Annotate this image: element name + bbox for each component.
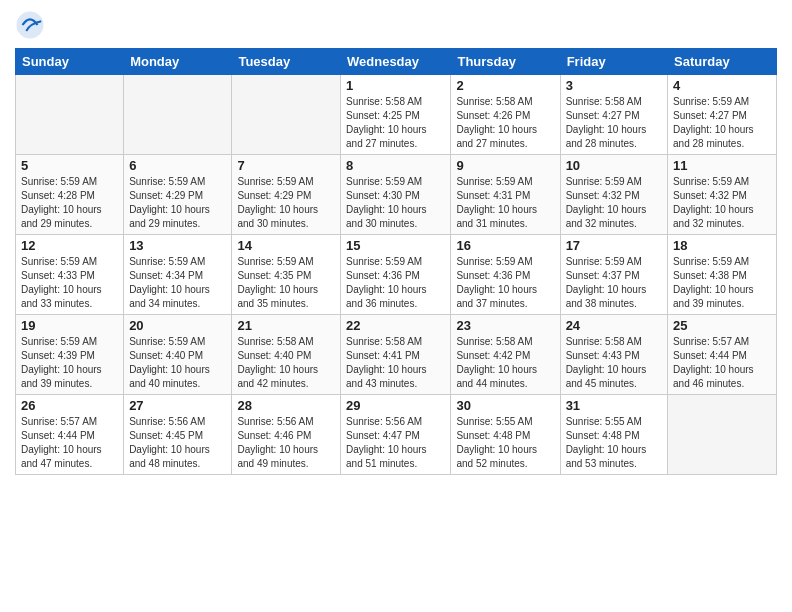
- day-info: Sunrise: 5:58 AM Sunset: 4:41 PM Dayligh…: [346, 335, 445, 391]
- day-number: 28: [237, 398, 335, 413]
- calendar-table: SundayMondayTuesdayWednesdayThursdayFrid…: [15, 48, 777, 475]
- day-number: 4: [673, 78, 771, 93]
- weekday-header: Wednesday: [341, 49, 451, 75]
- day-info: Sunrise: 5:58 AM Sunset: 4:40 PM Dayligh…: [237, 335, 335, 391]
- day-info: Sunrise: 5:59 AM Sunset: 4:29 PM Dayligh…: [237, 175, 335, 231]
- day-number: 9: [456, 158, 554, 173]
- day-number: 7: [237, 158, 335, 173]
- weekday-header: Saturday: [668, 49, 777, 75]
- weekday-header: Friday: [560, 49, 667, 75]
- day-info: Sunrise: 5:59 AM Sunset: 4:33 PM Dayligh…: [21, 255, 118, 311]
- day-info: Sunrise: 5:59 AM Sunset: 4:29 PM Dayligh…: [129, 175, 226, 231]
- day-number: 13: [129, 238, 226, 253]
- day-info: Sunrise: 5:59 AM Sunset: 4:34 PM Dayligh…: [129, 255, 226, 311]
- day-number: 27: [129, 398, 226, 413]
- weekday-header: Sunday: [16, 49, 124, 75]
- calendar-day-cell: 20Sunrise: 5:59 AM Sunset: 4:40 PM Dayli…: [124, 315, 232, 395]
- calendar-day-cell: 28Sunrise: 5:56 AM Sunset: 4:46 PM Dayli…: [232, 395, 341, 475]
- day-info: Sunrise: 5:59 AM Sunset: 4:28 PM Dayligh…: [21, 175, 118, 231]
- calendar-header-row: SundayMondayTuesdayWednesdayThursdayFrid…: [16, 49, 777, 75]
- day-info: Sunrise: 5:58 AM Sunset: 4:26 PM Dayligh…: [456, 95, 554, 151]
- day-number: 3: [566, 78, 662, 93]
- day-number: 26: [21, 398, 118, 413]
- day-number: 21: [237, 318, 335, 333]
- calendar-day-cell: 18Sunrise: 5:59 AM Sunset: 4:38 PM Dayli…: [668, 235, 777, 315]
- logo-icon: [15, 10, 45, 40]
- day-number: 8: [346, 158, 445, 173]
- day-number: 19: [21, 318, 118, 333]
- calendar-day-cell: 2Sunrise: 5:58 AM Sunset: 4:26 PM Daylig…: [451, 75, 560, 155]
- day-number: 22: [346, 318, 445, 333]
- calendar-day-cell: 13Sunrise: 5:59 AM Sunset: 4:34 PM Dayli…: [124, 235, 232, 315]
- calendar-day-cell: 6Sunrise: 5:59 AM Sunset: 4:29 PM Daylig…: [124, 155, 232, 235]
- day-info: Sunrise: 5:59 AM Sunset: 4:37 PM Dayligh…: [566, 255, 662, 311]
- calendar-day-cell: [16, 75, 124, 155]
- day-info: Sunrise: 5:57 AM Sunset: 4:44 PM Dayligh…: [673, 335, 771, 391]
- day-info: Sunrise: 5:59 AM Sunset: 4:27 PM Dayligh…: [673, 95, 771, 151]
- calendar-week-row: 12Sunrise: 5:59 AM Sunset: 4:33 PM Dayli…: [16, 235, 777, 315]
- day-number: 25: [673, 318, 771, 333]
- day-number: 17: [566, 238, 662, 253]
- day-number: 2: [456, 78, 554, 93]
- day-info: Sunrise: 5:59 AM Sunset: 4:32 PM Dayligh…: [673, 175, 771, 231]
- day-info: Sunrise: 5:58 AM Sunset: 4:25 PM Dayligh…: [346, 95, 445, 151]
- weekday-header: Tuesday: [232, 49, 341, 75]
- day-info: Sunrise: 5:59 AM Sunset: 4:31 PM Dayligh…: [456, 175, 554, 231]
- day-info: Sunrise: 5:58 AM Sunset: 4:27 PM Dayligh…: [566, 95, 662, 151]
- calendar-day-cell: 29Sunrise: 5:56 AM Sunset: 4:47 PM Dayli…: [341, 395, 451, 475]
- day-info: Sunrise: 5:59 AM Sunset: 4:36 PM Dayligh…: [456, 255, 554, 311]
- calendar-day-cell: [232, 75, 341, 155]
- calendar-day-cell: 31Sunrise: 5:55 AM Sunset: 4:48 PM Dayli…: [560, 395, 667, 475]
- day-info: Sunrise: 5:55 AM Sunset: 4:48 PM Dayligh…: [456, 415, 554, 471]
- day-info: Sunrise: 5:58 AM Sunset: 4:42 PM Dayligh…: [456, 335, 554, 391]
- calendar-week-row: 19Sunrise: 5:59 AM Sunset: 4:39 PM Dayli…: [16, 315, 777, 395]
- calendar-day-cell: 1Sunrise: 5:58 AM Sunset: 4:25 PM Daylig…: [341, 75, 451, 155]
- calendar-day-cell: 9Sunrise: 5:59 AM Sunset: 4:31 PM Daylig…: [451, 155, 560, 235]
- calendar-week-row: 5Sunrise: 5:59 AM Sunset: 4:28 PM Daylig…: [16, 155, 777, 235]
- day-info: Sunrise: 5:59 AM Sunset: 4:30 PM Dayligh…: [346, 175, 445, 231]
- calendar-day-cell: 24Sunrise: 5:58 AM Sunset: 4:43 PM Dayli…: [560, 315, 667, 395]
- day-number: 24: [566, 318, 662, 333]
- day-number: 16: [456, 238, 554, 253]
- calendar-day-cell: 15Sunrise: 5:59 AM Sunset: 4:36 PM Dayli…: [341, 235, 451, 315]
- calendar-week-row: 1Sunrise: 5:58 AM Sunset: 4:25 PM Daylig…: [16, 75, 777, 155]
- day-number: 30: [456, 398, 554, 413]
- calendar-day-cell: 4Sunrise: 5:59 AM Sunset: 4:27 PM Daylig…: [668, 75, 777, 155]
- day-number: 18: [673, 238, 771, 253]
- calendar-week-row: 26Sunrise: 5:57 AM Sunset: 4:44 PM Dayli…: [16, 395, 777, 475]
- day-number: 23: [456, 318, 554, 333]
- calendar-day-cell: 17Sunrise: 5:59 AM Sunset: 4:37 PM Dayli…: [560, 235, 667, 315]
- day-number: 31: [566, 398, 662, 413]
- calendar-day-cell: 23Sunrise: 5:58 AM Sunset: 4:42 PM Dayli…: [451, 315, 560, 395]
- day-number: 15: [346, 238, 445, 253]
- calendar-day-cell: [668, 395, 777, 475]
- day-number: 5: [21, 158, 118, 173]
- day-info: Sunrise: 5:59 AM Sunset: 4:32 PM Dayligh…: [566, 175, 662, 231]
- calendar-day-cell: [124, 75, 232, 155]
- day-info: Sunrise: 5:56 AM Sunset: 4:46 PM Dayligh…: [237, 415, 335, 471]
- day-number: 20: [129, 318, 226, 333]
- calendar-day-cell: 10Sunrise: 5:59 AM Sunset: 4:32 PM Dayli…: [560, 155, 667, 235]
- calendar-day-cell: 25Sunrise: 5:57 AM Sunset: 4:44 PM Dayli…: [668, 315, 777, 395]
- logo: [15, 10, 49, 40]
- day-info: Sunrise: 5:55 AM Sunset: 4:48 PM Dayligh…: [566, 415, 662, 471]
- day-number: 6: [129, 158, 226, 173]
- calendar-day-cell: 19Sunrise: 5:59 AM Sunset: 4:39 PM Dayli…: [16, 315, 124, 395]
- calendar-day-cell: 11Sunrise: 5:59 AM Sunset: 4:32 PM Dayli…: [668, 155, 777, 235]
- day-info: Sunrise: 5:56 AM Sunset: 4:47 PM Dayligh…: [346, 415, 445, 471]
- calendar-day-cell: 26Sunrise: 5:57 AM Sunset: 4:44 PM Dayli…: [16, 395, 124, 475]
- calendar-day-cell: 8Sunrise: 5:59 AM Sunset: 4:30 PM Daylig…: [341, 155, 451, 235]
- calendar-day-cell: 7Sunrise: 5:59 AM Sunset: 4:29 PM Daylig…: [232, 155, 341, 235]
- calendar-day-cell: 22Sunrise: 5:58 AM Sunset: 4:41 PM Dayli…: [341, 315, 451, 395]
- day-info: Sunrise: 5:59 AM Sunset: 4:40 PM Dayligh…: [129, 335, 226, 391]
- calendar-day-cell: 27Sunrise: 5:56 AM Sunset: 4:45 PM Dayli…: [124, 395, 232, 475]
- day-number: 10: [566, 158, 662, 173]
- day-info: Sunrise: 5:57 AM Sunset: 4:44 PM Dayligh…: [21, 415, 118, 471]
- day-info: Sunrise: 5:56 AM Sunset: 4:45 PM Dayligh…: [129, 415, 226, 471]
- calendar-day-cell: 14Sunrise: 5:59 AM Sunset: 4:35 PM Dayli…: [232, 235, 341, 315]
- header: [15, 10, 777, 40]
- day-info: Sunrise: 5:59 AM Sunset: 4:39 PM Dayligh…: [21, 335, 118, 391]
- day-number: 12: [21, 238, 118, 253]
- day-number: 1: [346, 78, 445, 93]
- calendar-day-cell: 5Sunrise: 5:59 AM Sunset: 4:28 PM Daylig…: [16, 155, 124, 235]
